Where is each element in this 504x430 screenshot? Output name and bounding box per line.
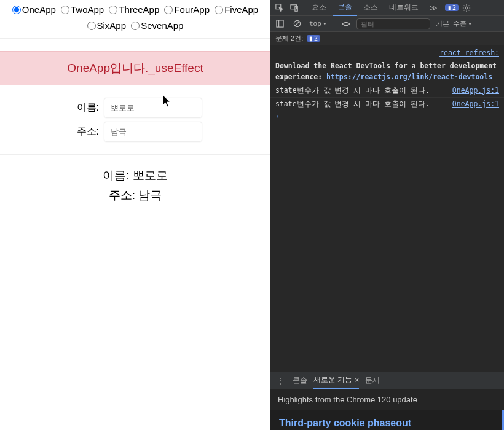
radio-fourapp[interactable]: FourApp bbox=[164, 2, 210, 17]
tab-sources[interactable]: 소스 bbox=[358, 0, 383, 16]
drawer-tabs: ⋮ 콘솔 새로운 기능 × 문제 bbox=[270, 372, 504, 389]
app-selector: OneApp TwoApp ThreeApp FourApp FiveApp S… bbox=[0, 0, 270, 39]
drawer-whatsnew[interactable]: 새로운 기능 × bbox=[313, 372, 359, 389]
devtools-topbar: 요소 콘솔 소스 네트워크 ≫ ▮ 2 bbox=[270, 0, 504, 16]
radio-fiveapp[interactable]: FiveApp bbox=[215, 2, 258, 17]
svg-rect-1 bbox=[291, 4, 297, 9]
log-levels[interactable]: 기본 수준 ▾ bbox=[434, 19, 474, 28]
device-icon[interactable] bbox=[288, 1, 301, 15]
log-devtools-hint: Download the React DevTools for a better… bbox=[270, 60, 504, 84]
sidebar-toggle-icon[interactable] bbox=[273, 17, 286, 31]
devtools-panel: 요소 콘솔 소스 네트워크 ≫ ▮ 2 top ▾ 기본 수준 ▾ 문제 2건:… bbox=[270, 0, 504, 430]
app-viewport: OneApp TwoApp ThreeApp FourApp FiveApp S… bbox=[0, 0, 270, 430]
clear-console-icon[interactable] bbox=[290, 17, 304, 31]
drawer-issues[interactable]: 문제 bbox=[365, 375, 380, 386]
issues-badge[interactable]: ▮ 2 bbox=[445, 4, 459, 11]
console-toolbar: top ▾ 기본 수준 ▾ bbox=[270, 16, 504, 32]
drawer-console[interactable]: 콘솔 bbox=[293, 375, 307, 386]
eye-icon[interactable] bbox=[339, 17, 353, 31]
display-area: 이름: 뽀로로 주소: 남극 bbox=[0, 155, 270, 217]
radio-sevenapp[interactable]: SevenApp bbox=[131, 18, 183, 33]
radio-oneapp[interactable]: OneApp bbox=[12, 2, 56, 17]
svg-rect-4 bbox=[276, 20, 283, 27]
source-link[interactable]: OneApp.js:1 bbox=[449, 85, 499, 96]
context-selector[interactable]: top ▾ bbox=[307, 20, 329, 28]
tab-more[interactable]: ≫ bbox=[425, 0, 443, 16]
close-icon[interactable]: × bbox=[355, 376, 359, 385]
name-label: 이름: bbox=[68, 101, 99, 114]
inspect-icon[interactable] bbox=[273, 1, 286, 15]
addr-label: 주소: bbox=[68, 125, 99, 138]
radio-threeapp[interactable]: ThreeApp bbox=[109, 2, 159, 17]
tab-elements[interactable]: 요소 bbox=[307, 0, 331, 16]
gear-icon[interactable] bbox=[460, 1, 473, 15]
page-title-banner: OneApp입니다._useEffect bbox=[0, 51, 270, 85]
svg-point-8 bbox=[345, 23, 347, 25]
console-body: react_refresh: Download the React DevToo… bbox=[270, 45, 504, 372]
devtools-link[interactable]: https://reactjs.org/link/react-devtools bbox=[326, 72, 492, 81]
radio-twoapp[interactable]: TwoApp bbox=[61, 2, 104, 17]
issues-line[interactable]: 문제 2건: ▮ 2 bbox=[270, 32, 504, 45]
svg-line-7 bbox=[294, 22, 299, 26]
addr-input[interactable] bbox=[104, 122, 202, 142]
display-name: 이름: 뽀로로 bbox=[0, 166, 270, 186]
console-prompt[interactable]: › bbox=[270, 111, 504, 122]
name-input[interactable] bbox=[104, 98, 202, 118]
whatsnew-highlights: Highlights from the Chrome 120 update bbox=[270, 389, 504, 410]
source-link[interactable]: OneApp.js:1 bbox=[449, 99, 499, 109]
tab-network[interactable]: 네트워크 bbox=[384, 0, 423, 16]
whatsnew-headline[interactable]: Third-party cookie phaseout bbox=[270, 410, 504, 430]
svg-point-3 bbox=[465, 7, 468, 9]
log-react-refresh: react_refresh: bbox=[270, 47, 504, 60]
log-state-1: state변수가 값 변경 시 마다 호출이 된다. OneApp.js:1 bbox=[270, 84, 504, 98]
log-state-2: state변수가 값 변경 시 마다 호출이 된다. OneApp.js:1 bbox=[270, 98, 504, 111]
form-area: 이름: 주소: bbox=[0, 85, 270, 155]
filter-input[interactable] bbox=[356, 18, 430, 29]
display-addr: 주소: 남극 bbox=[0, 186, 270, 205]
radio-sixapp[interactable]: SixApp bbox=[87, 18, 127, 33]
kebab-icon[interactable]: ⋮ bbox=[274, 377, 286, 385]
tab-console[interactable]: 콘솔 bbox=[333, 0, 357, 16]
